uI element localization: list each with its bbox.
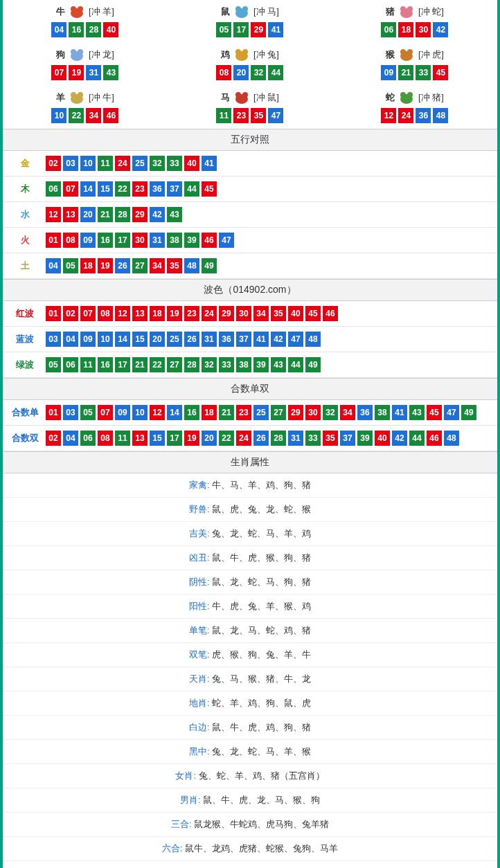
- attr-value: 牛、虎、兔、羊、猴、鸡: [212, 601, 311, 611]
- number-ball: 11: [115, 431, 130, 446]
- attr-row: 野兽: 鼠、虎、兔、龙、蛇、猴: [3, 498, 497, 522]
- number-ball: 19: [167, 306, 182, 321]
- number-ball: 23: [233, 108, 249, 123]
- number-ball: 45: [305, 306, 321, 321]
- number-ball: 34: [340, 405, 355, 420]
- zodiac-name: 羊: [56, 91, 65, 104]
- number-ball: 12: [381, 108, 396, 123]
- number-ball: 22: [69, 108, 84, 123]
- row-label: 合数单: [10, 406, 40, 419]
- zodiac-balls: 08203244: [168, 65, 332, 80]
- number-ball: 27: [167, 357, 182, 372]
- row-label: 土: [10, 260, 40, 272]
- number-ball: 43: [167, 207, 182, 222]
- number-ball: 07: [98, 405, 113, 420]
- row-label: 绿波: [10, 359, 40, 371]
- number-ball: 12: [115, 306, 130, 321]
- number-ball: 41: [268, 22, 283, 37]
- number-ball: 34: [86, 108, 101, 123]
- number-ball: 19: [98, 258, 113, 273]
- section-bose-header: 波色（014902.com）: [3, 279, 497, 301]
- number-ball: 16: [184, 405, 199, 420]
- zodiac-balls: 11233547: [168, 108, 332, 123]
- table-row: 水1213202128294243: [3, 202, 497, 228]
- zodiac-name: 鸡: [221, 48, 230, 61]
- number-ball: 44: [268, 65, 283, 80]
- ball-row: 02031011242532334041: [46, 156, 217, 171]
- svg-point-25: [400, 92, 406, 98]
- number-ball: 41: [392, 405, 407, 420]
- table-row: 木06071415222336374445: [3, 177, 497, 202]
- number-ball: 09: [80, 332, 96, 347]
- number-ball: 38: [167, 233, 182, 248]
- attr-row: 家禽: 牛、马、羊、鸡、狗、猪: [3, 473, 497, 498]
- number-ball: 29: [132, 207, 148, 222]
- svg-point-17: [407, 49, 413, 55]
- number-ball: 16: [98, 357, 113, 372]
- svg-point-2: [78, 6, 83, 12]
- number-ball: 44: [288, 357, 303, 372]
- table-row: 合数单0103050709101214161821232527293032343…: [3, 400, 497, 426]
- number-ball: 30: [305, 405, 321, 420]
- number-ball: 12: [46, 207, 61, 222]
- attr-value: 鼠、龙、马、蛇、鸡、猪: [212, 625, 311, 635]
- number-ball: 23: [132, 181, 148, 197]
- number-ball: 07: [80, 306, 96, 321]
- attr-row: 地肖: 蛇、羊、鸡、狗、鼠、虎: [3, 691, 497, 716]
- number-ball: 20: [202, 431, 217, 446]
- number-ball: 36: [357, 405, 373, 420]
- svg-point-26: [407, 92, 413, 98]
- zodiac-head: 猴[冲 虎]: [332, 47, 497, 62]
- attr-value: 鼠、龙、蛇、马、狗、猪: [212, 577, 311, 587]
- svg-point-20: [78, 92, 83, 98]
- attr-key: 吉美:: [189, 528, 210, 539]
- svg-point-19: [71, 92, 76, 98]
- number-ball: 01: [46, 405, 61, 420]
- number-ball: 30: [416, 22, 431, 37]
- zodiac-name: 蛇: [386, 91, 395, 104]
- attrs-table: 家禽: 牛、马、羊、鸡、狗、猪野兽: 鼠、虎、兔、龙、蛇、猴吉美: 兔、龙、蛇、…: [3, 473, 497, 861]
- number-ball: 02: [63, 306, 78, 321]
- row-label: 蓝波: [10, 333, 40, 345]
- row-label: 金: [10, 157, 40, 170]
- zodiac-cell: 猴[冲 虎]09213345: [332, 43, 497, 86]
- svg-point-4: [235, 6, 241, 12]
- number-ball: 09: [115, 405, 130, 420]
- number-ball: 08: [98, 431, 113, 446]
- number-ball: 17: [233, 22, 249, 37]
- zodiac-name: 狗: [56, 48, 65, 61]
- table-row: 合数双0204060811131517192022242628313335373…: [3, 426, 497, 451]
- number-ball: 03: [63, 405, 78, 420]
- number-ball: 33: [416, 65, 431, 80]
- number-ball: 46: [202, 233, 217, 248]
- zodiac-icon: [231, 47, 252, 62]
- number-ball: 21: [98, 207, 113, 222]
- number-ball: 42: [150, 207, 165, 222]
- number-ball: 38: [375, 405, 390, 420]
- attr-key: 天肖:: [189, 673, 210, 684]
- attr-key: 阴性:: [189, 577, 210, 587]
- number-ball: 43: [409, 405, 425, 420]
- number-ball: 39: [184, 233, 199, 248]
- zodiac-cell: 鼠[冲 马]05172941: [168, 0, 332, 43]
- attr-key: 白边:: [189, 722, 210, 732]
- number-ball: 10: [80, 156, 96, 171]
- number-ball: 45: [427, 405, 442, 420]
- attr-key: 家禽:: [189, 480, 210, 490]
- attr-value: 鼠牛、龙鸡、虎猪、蛇猴、兔狗、马羊: [185, 843, 338, 853]
- attr-key: 凶丑:: [189, 552, 210, 563]
- bose-table: 红波0102070812131819232429303435404546蓝波03…: [3, 301, 497, 378]
- number-ball: 03: [46, 332, 61, 347]
- number-ball: 27: [132, 258, 148, 273]
- number-ball: 47: [268, 108, 283, 123]
- number-ball: 26: [253, 431, 269, 446]
- svg-point-8: [407, 6, 413, 12]
- number-ball: 46: [103, 108, 118, 123]
- attr-key: 女肖:: [175, 770, 196, 781]
- number-ball: 23: [184, 306, 199, 321]
- number-ball: 25: [167, 332, 182, 347]
- number-ball: 02: [46, 156, 61, 171]
- attr-row: 男肖: 鼠、牛、虎、龙、马、猴、狗: [3, 788, 497, 813]
- zodiac-head: 马[冲 鼠]: [168, 90, 332, 105]
- attr-key: 地肖:: [189, 698, 210, 708]
